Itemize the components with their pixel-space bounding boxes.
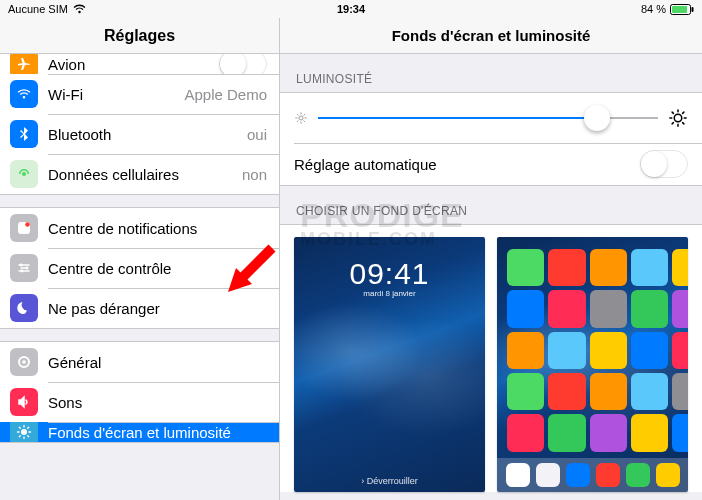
sidebar-item-dnd[interactable]: Ne pas déranger — [0, 288, 279, 328]
sidebar-item-cellular[interactable]: Données cellulaires non — [0, 154, 279, 194]
sidebar-item-label: Ne pas déranger — [48, 300, 160, 317]
sidebar-item-label: Centre de notifications — [48, 220, 197, 237]
app-icon — [590, 373, 627, 410]
brightness-slider[interactable] — [318, 104, 658, 132]
sun-large-icon — [668, 108, 688, 128]
sidebar-item-label: Centre de contrôle — [48, 260, 171, 277]
battery-pct: 84 % — [641, 3, 666, 15]
antenna-icon — [10, 160, 38, 188]
app-icon — [672, 414, 688, 451]
sidebar-item-wifi[interactable]: Wi-Fi Apple Demo — [0, 74, 279, 114]
app-icon — [507, 290, 544, 327]
auto-brightness-toggle[interactable] — [640, 150, 688, 178]
app-icon — [631, 414, 668, 451]
svg-rect-2 — [692, 7, 694, 12]
app-icon — [548, 414, 585, 451]
app-icon — [672, 290, 688, 327]
svg-point-12 — [674, 114, 682, 122]
detail-pane: Fonds d'écran et luminosité LUMINOSITÉ — [280, 18, 702, 500]
dock-app-icon — [626, 463, 650, 487]
sidebar-item-wallpaper[interactable]: Fonds d'écran et luminosité — [0, 422, 279, 442]
app-icon — [631, 290, 668, 327]
svg-point-6 — [26, 267, 29, 270]
sidebar-item-label: Général — [48, 354, 101, 371]
wifi-icon — [73, 4, 86, 14]
sidebar-item-label: Fonds d'écran et luminosité — [48, 424, 231, 441]
lock-preview-time: 09:41 — [294, 257, 485, 291]
app-icon — [548, 332, 585, 369]
app-icon — [672, 249, 688, 286]
auto-brightness-label: Réglage automatique — [294, 156, 437, 173]
app-icon — [548, 249, 585, 286]
app-icon — [507, 414, 544, 451]
lock-preview-date: mardi 8 janvier — [294, 289, 485, 298]
detail-title: Fonds d'écran et luminosité — [280, 18, 702, 54]
carrier-text: Aucune SIM — [8, 3, 68, 15]
sidebar-item-sounds[interactable]: Sons — [0, 382, 279, 422]
app-icon — [548, 290, 585, 327]
sidebar-item-control-center[interactable]: Centre de contrôle — [0, 248, 279, 288]
dock-app-icon — [536, 463, 560, 487]
app-icon — [631, 373, 668, 410]
svg-point-5 — [20, 264, 23, 267]
dock-app-icon — [506, 463, 530, 487]
svg-point-11 — [299, 116, 303, 120]
brightness-icon — [10, 422, 38, 442]
notifications-icon — [10, 214, 38, 242]
app-icon — [672, 332, 688, 369]
battery-icon — [670, 4, 694, 15]
sidebar-item-airplane[interactable]: Avion — [0, 54, 279, 74]
app-icon — [631, 332, 668, 369]
wifi-icon — [10, 80, 38, 108]
sidebar-item-value: oui — [247, 126, 267, 143]
brightness-slider-row — [280, 93, 702, 143]
app-icon — [590, 249, 627, 286]
airplane-icon — [10, 54, 38, 74]
dock-app-icon — [596, 463, 620, 487]
wallpaper-home-preview[interactable] — [497, 237, 688, 492]
svg-point-4 — [25, 222, 30, 227]
sidebar-item-label: Wi-Fi — [48, 86, 83, 103]
sidebar-item-label: Données cellulaires — [48, 166, 179, 183]
app-icon — [631, 249, 668, 286]
status-time: 19:34 — [337, 3, 365, 15]
svg-point-9 — [22, 360, 26, 364]
bluetooth-icon — [10, 120, 38, 148]
sun-small-icon — [294, 111, 308, 125]
wallpaper-lock-preview[interactable]: 09:41 mardi 8 janvier › Déverrouiller — [294, 237, 485, 492]
app-icon — [507, 249, 544, 286]
dock-app-icon — [656, 463, 680, 487]
app-icon — [507, 373, 544, 410]
app-icon — [590, 414, 627, 451]
app-icon — [507, 332, 544, 369]
dock-app-icon — [566, 463, 590, 487]
sidebar-item-label: Sons — [48, 394, 82, 411]
sidebar-item-value: Apple Demo — [184, 86, 267, 103]
sidebar-item-label: Avion — [48, 56, 85, 73]
moon-icon — [10, 294, 38, 322]
svg-rect-1 — [672, 6, 687, 13]
sidebar-item-general[interactable]: Général — [0, 342, 279, 382]
control-center-icon — [10, 254, 38, 282]
gear-icon — [10, 348, 38, 376]
app-icon — [590, 290, 627, 327]
sidebar-item-notifications[interactable]: Centre de notifications — [0, 208, 279, 248]
sidebar-item-value: non — [242, 166, 267, 183]
sidebar-item-label: Bluetooth — [48, 126, 111, 143]
sidebar-item-bluetooth[interactable]: Bluetooth oui — [0, 114, 279, 154]
app-icon — [590, 332, 627, 369]
svg-point-7 — [21, 270, 24, 273]
airplane-toggle[interactable] — [219, 54, 267, 74]
slide-to-unlock: › Déverrouiller — [294, 476, 485, 486]
sidebar-title: Réglages — [0, 18, 279, 54]
brightness-section-label: LUMINOSITÉ — [280, 54, 702, 92]
settings-sidebar: Réglages Avion Wi-Fi Apple Demo — [0, 18, 280, 500]
status-bar: Aucune SIM 19:34 84 % — [0, 0, 702, 18]
auto-brightness-row: Réglage automatique — [280, 143, 702, 185]
svg-point-10 — [21, 429, 27, 435]
choose-wallpaper-label: CHOISIR UN FOND D'ÉCRAN — [280, 186, 702, 224]
app-icon — [672, 373, 688, 410]
speaker-icon — [10, 388, 38, 416]
slider-knob[interactable] — [584, 105, 610, 131]
app-icon — [548, 373, 585, 410]
